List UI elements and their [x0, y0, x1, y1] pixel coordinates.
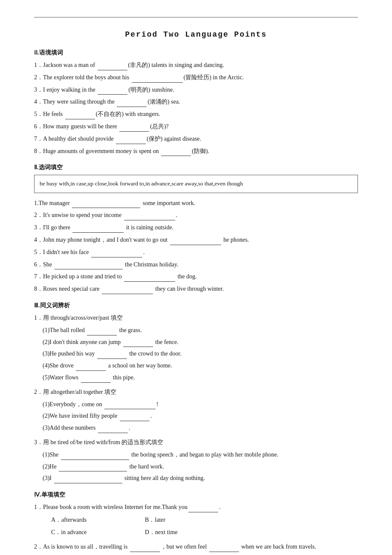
list-item: 6．How many guests will be there (总共)?	[34, 121, 358, 132]
list-item: 8．Roses need special care they can live …	[34, 284, 358, 294]
blank	[124, 220, 175, 220]
option-b: B．later	[145, 515, 205, 525]
subsection-title: 2．用 altogether/all together 填空	[34, 387, 358, 397]
section-3: Ⅲ.同义词辨析 1．用 through/across/over/past 填空 …	[34, 302, 358, 483]
blank	[72, 232, 124, 233]
blank	[55, 269, 123, 269]
list-item: 7．He picked up a stone and tried to the …	[34, 272, 358, 282]
option-d: D．next time	[145, 527, 205, 538]
mc-item-2: 2．As is known to us all，travelling is ，b…	[34, 542, 358, 555]
mc-question: 1．Please book a room with wireless Inter…	[34, 502, 358, 512]
section-2-header: Ⅱ.选词填空	[34, 164, 358, 171]
option-c: C．in advance	[51, 527, 111, 538]
blank	[81, 382, 111, 383]
section-3-title: .同义词辨析	[38, 302, 70, 309]
blank	[117, 107, 147, 107]
options-row: A．afterwards B．later	[51, 515, 358, 525]
section-3-header: Ⅲ.同义词辨析	[34, 302, 358, 309]
list-item: (2)We have invited fifty people .	[43, 411, 358, 421]
section-1-header: ⅠⅠ.语境填词	[34, 49, 358, 57]
blank	[188, 512, 218, 512]
blank	[102, 294, 153, 294]
blank	[116, 144, 146, 144]
blank	[132, 82, 183, 83]
blank	[170, 245, 221, 245]
blank	[120, 421, 150, 421]
list-item: 2．It's unwise to spend your income .	[34, 210, 358, 220]
list-item: 7．A healthy diet should provide (保护) aga…	[34, 134, 358, 144]
word-box: be busy with,in case,up close,look forwa…	[34, 175, 358, 193]
options-row: C．in advance D．next time	[51, 527, 358, 538]
blank	[97, 358, 127, 359]
blank	[98, 70, 127, 70]
list-item: (2)I don't think anyone can jump the fen…	[43, 337, 358, 347]
blank	[98, 94, 127, 95]
section-1: ⅠⅠ.语境填词 1．Jackson was a man of (非凡的) tal…	[34, 49, 358, 156]
blank	[161, 156, 191, 156]
list-item: (3)He pushed his way the crowd to the do…	[43, 349, 358, 359]
subsection-title: 1．用 through/across/over/past 填空	[34, 313, 358, 323]
section-2-title: .选词填空	[37, 164, 63, 171]
blank	[124, 281, 175, 282]
blank	[87, 335, 117, 335]
section-1-title: Ⅰ.语境填词	[36, 49, 63, 56]
list-item: (1)Everybody，come on !	[43, 399, 358, 410]
list-item: 8．Huge amounts of government money is sp…	[34, 146, 358, 156]
blank	[72, 208, 140, 208]
subsection-1: 1．用 through/across/over/past 填空 (1)The b…	[34, 313, 358, 383]
top-line	[34, 17, 358, 17]
list-item: 3．I enjoy walking in the (明亮的) sunshine.	[34, 85, 358, 95]
list-item: (3)I sitting here all day doing nothing.	[43, 473, 358, 483]
list-item: 4．They were sailing through the (汹涌的) se…	[34, 97, 358, 107]
list-item: 6．She the Christmas holiday.	[34, 260, 358, 270]
list-item: (2)He the hard work.	[43, 462, 358, 472]
roman-numeral-4: Ⅳ	[34, 491, 40, 498]
roman-numeral-3: Ⅲ	[34, 302, 38, 309]
blank	[65, 119, 95, 119]
list-item: 1.The manager some important work.	[34, 198, 358, 208]
blank	[76, 370, 106, 371]
roman-numeral-2: Ⅱ	[34, 164, 37, 171]
option-a: A．afterwards	[51, 515, 111, 525]
list-item: 5．I didn't see his face .	[34, 247, 358, 257]
blank	[130, 552, 160, 552]
blank	[123, 347, 153, 347]
blank	[98, 433, 128, 433]
list-item: (3)Add these numbers .	[43, 423, 358, 433]
word-list: be busy with,in case,up close,look forwa…	[40, 180, 243, 187]
mc-item-1: 1．Please book a room with wireless Inter…	[34, 502, 358, 538]
list-item: (1)The ball rolled the grass.	[43, 325, 358, 335]
section-2: Ⅱ.选词填空 be busy with,in case,up close,loo…	[34, 164, 358, 294]
mc-question: 2．As is known to us all，travelling is ，b…	[34, 542, 358, 552]
subsection-3: 3．用 be tired of/be tired with/from 的适当形式…	[34, 437, 358, 483]
subsection-2: 2．用 altogether/all together 填空 (1)Everyb…	[34, 387, 358, 433]
list-item: (5)Water flows this pipe.	[43, 373, 358, 383]
blank	[209, 552, 239, 552]
blank	[91, 257, 142, 257]
section-4-header: Ⅳ.单项填空	[34, 491, 358, 499]
list-item: 4．John may phone tonight，and I don't wan…	[34, 235, 358, 245]
list-item: 2．The explorer told the boys about his (…	[34, 72, 358, 83]
subsection-title: 3．用 be tired of/be tired with/from 的适当形式…	[34, 437, 358, 448]
list-item: 1．Jackson was a man of (非凡的) talents in …	[34, 60, 358, 70]
section-4-title: .单项填空	[40, 491, 65, 498]
list-item: 3．I'll go there it is raining outside.	[34, 223, 358, 233]
blank	[61, 460, 129, 460]
list-item: (1)She the boring speech，and began to pl…	[43, 450, 358, 460]
list-item: (4)She drove a school on her way home.	[43, 361, 358, 371]
blank	[59, 471, 127, 471]
page-title: Period Two Language Points	[34, 30, 358, 39]
blank	[119, 131, 149, 132]
list-item: 5．He feels (不自在的) with strangers.	[34, 109, 358, 119]
blank	[104, 409, 156, 409]
section-4: Ⅳ.单项填空 1．Please book a room with wireles…	[34, 491, 358, 555]
blank	[54, 483, 122, 483]
